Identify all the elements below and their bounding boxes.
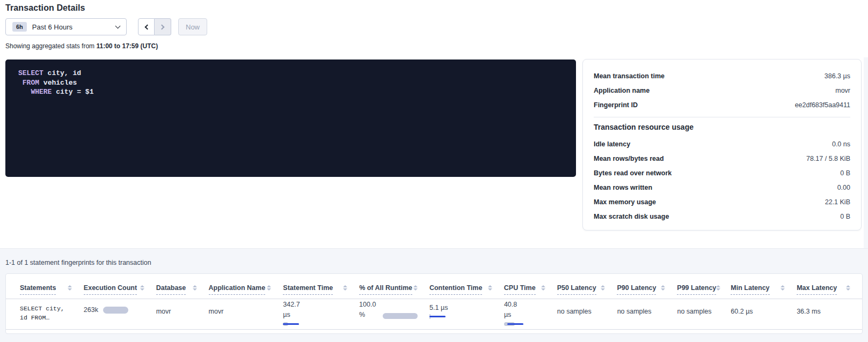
column-header-label: Database	[156, 284, 186, 295]
aggregation-range-prefix: Showing aggregated stats from	[5, 42, 94, 50]
stat-label: Max scratch disk usage	[594, 213, 669, 220]
statement-text-line1: SELECT city,	[20, 304, 72, 313]
column-header-label: % of All Runtime	[359, 284, 412, 295]
cpu-time-bar	[504, 322, 545, 327]
sort-icon	[193, 285, 197, 291]
stat-row: Max scratch disk usage0 B	[594, 209, 850, 224]
sort-icon	[140, 285, 144, 291]
cell-max-latency: 36.3 ms	[797, 299, 862, 329]
aggregation-range-value: 11:00 to 17:59 (UTC)	[96, 42, 158, 50]
contention-time-value: 5.1 µs	[429, 303, 492, 313]
cell-runtime-pct: 100.0 %	[359, 299, 429, 329]
stat-row: Mean transaction time386.3 µs	[594, 69, 850, 83]
stat-value: 0.00	[837, 184, 850, 191]
stat-value: 0 B	[840, 213, 850, 220]
cpu-time-unit: µs	[504, 310, 545, 320]
column-header-label: Statement Time	[283, 284, 333, 295]
cell-statement-link[interactable]: SELECT city, id FROM…	[6, 299, 84, 329]
statement-text-line2: id FROM…	[20, 313, 72, 322]
column-header-label: Execution Count	[84, 284, 137, 295]
stat-row: Idle latency0.0 ns	[594, 137, 850, 151]
stat-value: movr	[835, 87, 850, 94]
previous-time-interval-button[interactable]	[138, 18, 155, 35]
now-button[interactable]: Now	[178, 18, 207, 35]
transaction-details-header-section: Transaction Details 6h Past 6 Hours Now …	[0, 0, 868, 248]
stat-row: Max memory usage22.1 KiB	[594, 195, 850, 209]
statement-time-unit: µs	[283, 310, 347, 320]
cpu-time-value: 40.8	[504, 300, 545, 310]
execution-count-bar	[103, 307, 128, 314]
execution-count-value: 263k	[84, 306, 98, 314]
sort-icon	[661, 285, 665, 291]
column-header-p50-latency[interactable]: P50 Latency	[557, 284, 617, 299]
sql-line: SELECT city, id	[18, 69, 563, 78]
page-title: Transaction Details	[5, 3, 85, 13]
column-header-of-all-runtime[interactable]: % of All Runtime	[359, 284, 429, 299]
column-header-label: Min Latency	[731, 284, 769, 295]
summary-divider	[594, 117, 850, 117]
column-header-application-name[interactable]: Application Name	[209, 284, 283, 299]
column-header-statements[interactable]: Statements	[6, 284, 84, 299]
column-header-label: P50 Latency	[557, 284, 596, 295]
summary-stats: Mean transaction time386.3 µsApplication…	[594, 69, 850, 112]
cell-database: movr	[156, 299, 209, 329]
stat-label: Application name	[594, 87, 650, 94]
stat-value: 0.0 ns	[832, 140, 850, 148]
cell-min-latency: 60.2 µs	[731, 299, 797, 329]
cell-p90-latency: no samples	[617, 299, 677, 329]
stat-label: Mean transaction time	[594, 72, 665, 80]
time-range-selector[interactable]: 6h Past 6 Hours	[5, 18, 127, 35]
column-header-label: Statements	[20, 284, 56, 295]
sort-icon	[413, 285, 418, 291]
column-header-label: P99 Latency	[677, 284, 716, 295]
stat-label: Bytes read over network	[594, 169, 672, 177]
sort-icon	[541, 285, 545, 291]
column-header-min-latency[interactable]: Min Latency	[731, 284, 797, 299]
column-header-p99-latency[interactable]: P99 Latency	[677, 284, 731, 299]
contention-time-bar	[429, 315, 492, 319]
resource-usage-heading: Transaction resource usage	[594, 123, 850, 131]
column-header-execution-count[interactable]: Execution Count	[84, 284, 156, 299]
cell-p99-latency: no samples	[677, 299, 731, 329]
column-header-cpu-time[interactable]: CPU Time	[504, 284, 557, 299]
sort-icon	[716, 285, 720, 291]
statement-time-value: 342.7	[283, 300, 347, 310]
time-controls: 6h Past 6 Hours Now	[5, 18, 207, 35]
column-header-max-latency[interactable]: Max Latency	[797, 284, 862, 299]
column-header-contention-time[interactable]: Contention Time	[429, 284, 504, 299]
stat-value: 0 B	[840, 169, 850, 177]
column-header-p90-latency[interactable]: P90 Latency	[617, 284, 677, 299]
table-header-row: StatementsExecution CountDatabaseApplica…	[6, 274, 862, 299]
cell-contention-time: 5.1 µs	[429, 299, 504, 329]
cell-application-name: movr	[209, 299, 283, 329]
sort-icon	[488, 285, 492, 291]
resource-stats: Idle latency0.0 nsMean rows/bytes read78…	[594, 137, 850, 224]
table-row: SELECT city, id FROM… 263k movr movr 342…	[6, 299, 862, 330]
cpu-time-bar-line	[507, 323, 523, 325]
column-header-database[interactable]: Database	[156, 284, 209, 299]
stat-row: Mean rows written0.00	[594, 180, 850, 195]
stat-label: Fingerprint ID	[594, 101, 638, 109]
runtime-pct-value: 100.0	[359, 300, 376, 310]
stat-row: Mean rows/bytes read78.17 / 5.8 KiB	[594, 151, 850, 166]
sort-icon	[267, 285, 271, 291]
stat-label: Mean rows/bytes read	[594, 155, 664, 162]
column-header-label: CPU Time	[504, 284, 536, 295]
sort-icon	[781, 285, 785, 291]
stat-value: 22.1 KiB	[825, 198, 850, 206]
sort-icon	[846, 285, 850, 291]
statement-time-bar	[283, 322, 347, 327]
column-header-label: Max Latency	[797, 284, 837, 295]
column-header-statement-time[interactable]: Statement Time	[283, 284, 359, 299]
cell-p50-latency: no samples	[557, 299, 617, 329]
cell-execution-count: 263k	[84, 299, 156, 329]
stat-row: Bytes read over network0 B	[594, 166, 850, 180]
statements-caption: 1-1 of 1 statement fingerprints for this…	[5, 259, 151, 266]
sql-line: FROM vehicles	[18, 78, 563, 88]
next-time-interval-button[interactable]	[155, 18, 171, 35]
stat-row: Application namemovr	[594, 83, 850, 98]
time-range-label: Past 6 Hours	[32, 23, 72, 31]
time-range-badge: 6h	[12, 22, 27, 32]
column-header-label: Contention Time	[429, 284, 482, 295]
stat-value: 386.3 µs	[825, 72, 850, 80]
